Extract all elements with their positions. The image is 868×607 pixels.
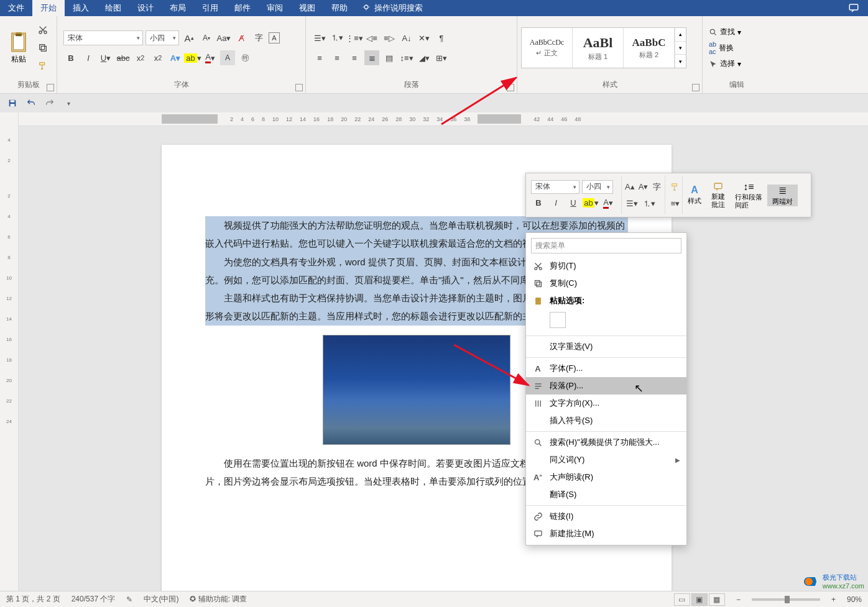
align-right-icon[interactable]: ≡ [347,50,362,65]
font-name-dropdown[interactable]: 宋体▾ [63,30,143,45]
copy-icon[interactable] [35,40,50,55]
mini-font-size[interactable]: 小四▾ [582,180,613,194]
select-button[interactable]: 选择 ▾ [709,58,741,69]
ctx-synonym[interactable]: 同义词(Y)▶ [526,451,686,468]
line-spacing-icon[interactable]: ↕≡▾ [399,50,414,65]
tab-draw[interactable]: 绘图 [97,0,129,16]
style-scroll-down[interactable]: ▾ [675,41,686,55]
ctx-paragraph[interactable]: 段落(P)... [526,377,686,395]
shrink-font-icon[interactable]: A▾ [199,30,214,45]
mini-italic-icon[interactable]: I [548,196,563,211]
style-heading1[interactable]: AaBl标题 1 [573,28,624,68]
ctx-cut[interactable]: 剪切(T) [526,257,686,275]
status-accessibility[interactable]: ✪ 辅助功能: 调查 [190,594,247,605]
tab-file[interactable]: 文件 [0,0,32,16]
status-language[interactable]: 中文(中国) [144,594,178,605]
mini-bullets-icon[interactable]: ☰▾ [624,196,639,211]
shading-icon[interactable]: ◢▾ [417,50,432,65]
zoom-out-icon[interactable]: − [736,595,741,604]
ctx-text-direction[interactable]: 文字方向(X)... [526,395,686,412]
ctx-search[interactable]: 搜索(H)"视频提供了功能强大... [526,434,686,451]
tab-insert[interactable]: 插入 [65,0,97,16]
tab-view[interactable]: 视图 [291,0,323,16]
highlight-icon[interactable]: ab▾ [185,50,200,65]
tell-me-search[interactable]: 操作说明搜索 [362,2,423,14]
mini-spacing-button[interactable]: ↕≡行和段落 间距 [730,181,767,208]
mini-comment-button[interactable]: 新建 批注 [706,182,730,208]
subscript-icon[interactable]: x2 [133,50,148,65]
style-normal[interactable]: AaBbCcDc↵ 正文 [522,28,573,68]
enclose-char-icon[interactable]: ㊕ [238,50,252,65]
zoom-level[interactable]: 90% [847,595,862,604]
comment-icon[interactable] [839,0,868,16]
phonetic-guide-icon[interactable]: 字 [251,30,266,45]
view-print-icon[interactable]: ▣ [691,593,708,606]
align-left-icon[interactable]: ≡ [312,50,327,65]
tab-review[interactable]: 审阅 [259,0,291,16]
mini-numbering-icon[interactable]: ⒈▾ [642,196,657,211]
font-color-icon[interactable]: A▾ [203,50,218,65]
increase-indent-icon[interactable]: ≡▷ [382,30,397,45]
view-web-icon[interactable]: ▦ [709,593,725,606]
ctx-reconvert[interactable]: 汉字重选(V) [526,338,686,355]
status-page[interactable]: 第 1 页，共 2 页 [6,594,60,605]
mini-phonetic-icon[interactable]: 字 [651,180,662,194]
style-expand[interactable]: ▾ [675,54,686,68]
mini-shrink-icon[interactable]: A▾ [638,180,649,194]
ctx-font[interactable]: A字体(F)... [526,360,686,377]
align-center-icon[interactable]: ≡ [330,50,344,65]
superscript-icon[interactable]: x2 [150,50,165,65]
clipboard-launcher[interactable] [47,84,54,91]
qat-customize-icon[interactable]: ▾ [61,96,76,111]
bullets-icon[interactable]: ☰▾ [312,30,327,45]
multilevel-icon[interactable]: ⋮≡▾ [347,30,362,45]
mini-underline-icon[interactable]: U [566,196,581,211]
save-icon[interactable] [5,96,20,111]
mini-format-painter-icon[interactable] [668,180,683,194]
find-button[interactable]: 查找 ▾ [709,27,741,37]
style-heading2[interactable]: AaBbC标题 2 [624,28,675,68]
clear-format-icon[interactable]: A̸ [234,30,249,45]
italic-icon[interactable]: I [81,50,96,65]
context-search-input[interactable]: 搜索菜单 [531,238,681,253]
redo-icon[interactable] [42,96,57,111]
tab-home[interactable]: 开始 [32,0,65,16]
ctx-new-comment[interactable]: 新建批注(M) [526,525,686,542]
distribute-icon[interactable]: ▤ [382,50,397,65]
mini-indent-icon[interactable]: ≡▾ [668,196,683,211]
borders-icon[interactable]: ⊞▾ [434,50,449,65]
undo-icon[interactable] [24,96,39,111]
font-size-dropdown[interactable]: 小四▾ [145,30,179,45]
mini-font-name[interactable]: 宋体▾ [531,180,579,194]
bold-icon[interactable]: B [63,50,78,65]
ctx-link[interactable]: 链接(I) [526,508,686,525]
paste-button[interactable]: 粘贴 [4,23,33,73]
underline-icon[interactable]: U▾ [98,50,113,65]
decrease-indent-icon[interactable]: ◁≡ [364,30,379,45]
show-marks-icon[interactable]: ¶ [434,30,449,45]
replace-button[interactable]: abac替换 [709,40,741,55]
strikethrough-icon[interactable]: abc [116,50,131,65]
zoom-slider[interactable] [752,598,820,601]
font-launcher[interactable] [295,84,303,91]
grow-font-icon[interactable]: A▴ [182,30,196,45]
tab-references[interactable]: 引用 [194,0,226,16]
styles-launcher[interactable] [692,84,699,91]
format-painter-icon[interactable] [35,58,50,73]
view-read-icon[interactable]: ▭ [674,593,690,606]
char-border-icon[interactable]: A [269,32,280,43]
justify-icon[interactable]: ≣ [364,50,379,65]
asian-layout-icon[interactable]: ✕▾ [417,30,432,45]
cut-icon[interactable] [35,22,50,37]
paste-keep-source-icon[interactable] [550,312,566,328]
style-scroll-up[interactable]: ▴ [675,28,686,41]
ctx-insert-symbol[interactable]: 插入符号(S) [526,412,686,429]
inline-image[interactable] [323,335,510,444]
numbering-icon[interactable]: ⒈▾ [330,30,344,45]
tab-mail[interactable]: 邮件 [226,0,259,16]
tab-design[interactable]: 设计 [129,0,162,16]
style-gallery[interactable]: AaBbCcDc↵ 正文 AaBl标题 1 AaBbC标题 2 ▴ ▾ ▾ [521,27,686,68]
mini-highlight-icon[interactable]: ab▾ [583,196,598,211]
ctx-translate[interactable]: 翻译(S) [526,486,686,503]
mini-styles-button[interactable]: A样式 [683,185,706,206]
